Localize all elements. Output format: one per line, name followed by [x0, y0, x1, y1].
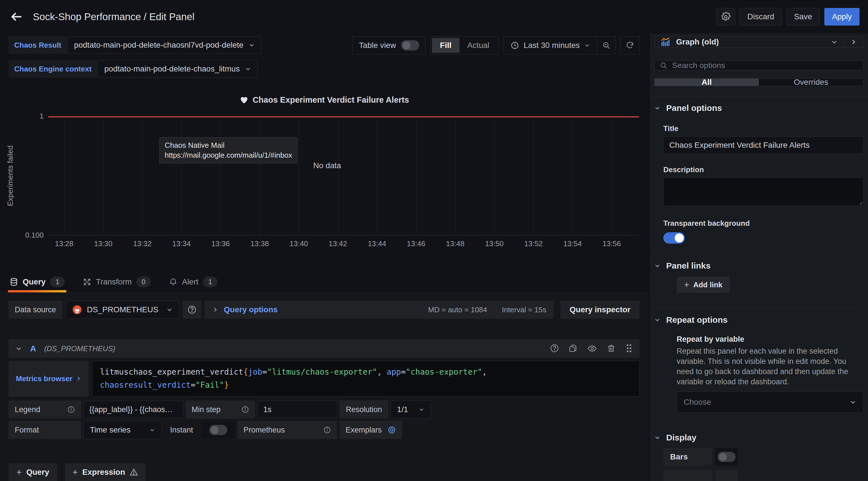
duplicate-query-icon[interactable] — [569, 344, 578, 353]
graph-panel-title[interactable]: Chaos Experiment Verdict Failure Alerts — [0, 95, 649, 104]
repeat-description: Repeat this panel for each value in the … — [677, 346, 864, 387]
repeat-options-header[interactable]: Repeat options — [654, 315, 864, 325]
instant-toggle[interactable] — [209, 425, 227, 435]
y-tick-bottom: 0.100 — [10, 231, 44, 240]
chaos-result-dropdown[interactable]: podtato-main-pod-delete-chaosnl7vd-pod-d… — [67, 36, 261, 54]
drag-handle-icon[interactable] — [625, 344, 633, 353]
options-search-input[interactable] — [672, 61, 858, 70]
promql-expression-input[interactable]: litmuschaos_experiment_verdict{job="litm… — [92, 361, 640, 396]
zoom-out-button[interactable] — [597, 37, 615, 54]
graph-panel: Chaos Experiment Verdict Failure Alerts … — [0, 84, 649, 271]
time-picker: Last 30 minutes — [503, 36, 616, 55]
delete-query-icon[interactable] — [607, 344, 616, 353]
no-data-message: No data — [313, 161, 341, 170]
datasource-help-button[interactable] — [183, 301, 201, 319]
format-select[interactable]: Time series — [83, 421, 162, 439]
query-row-header[interactable]: A (DS_PROMETHEUS) — [8, 339, 640, 358]
panel-options-header[interactable]: Panel options — [654, 103, 864, 113]
fill-option[interactable]: Fill — [432, 38, 459, 53]
repeat-by-variable-label: Repeat by variable — [677, 335, 864, 344]
toggle-viz-pane-button[interactable] — [843, 37, 863, 48]
tab-query[interactable]: Query 1 — [10, 271, 65, 292]
page-title: Sock-Shop Performance / Edit Panel — [33, 11, 708, 22]
gridline — [338, 117, 338, 235]
panel-title-input[interactable] — [663, 137, 864, 154]
tab-query-count: 1 — [50, 276, 65, 287]
plot-area[interactable] — [48, 116, 639, 235]
y-tick-top: 1 — [10, 112, 44, 121]
table-view-toggle[interactable] — [401, 40, 419, 51]
refresh-button[interactable] — [620, 36, 640, 55]
resize-grip-icon[interactable] — [858, 200, 862, 205]
display-header[interactable]: Display — [654, 433, 864, 443]
repeat-variable-select[interactable]: Choose — [677, 391, 864, 413]
actual-option[interactable]: Actual — [460, 38, 497, 53]
format-value: Time series — [90, 425, 131, 434]
save-button[interactable]: Save — [786, 8, 820, 26]
transform-icon — [83, 278, 91, 286]
chevron-right-icon — [850, 38, 857, 46]
time-range-button[interactable]: Last 30 minutes — [504, 41, 597, 50]
back-arrow-icon[interactable] — [8, 9, 24, 25]
apply-button[interactable]: Apply — [824, 8, 860, 26]
chaos-engine-value: podtato-main-pod-delete-chaos_litmus — [104, 64, 240, 73]
exemplars-target-icon[interactable] — [388, 426, 396, 434]
bars-toggle-box — [715, 448, 738, 466]
display-header-label: Display — [666, 433, 696, 443]
variable-label: Chaos Engine context — [8, 60, 97, 78]
tab-transform-count: 0 — [136, 276, 151, 287]
transparent-background-toggle[interactable] — [663, 232, 685, 244]
datasource-picker[interactable]: DS_PROMETHEUS — [66, 301, 179, 319]
variable-chaos-engine: Chaos Engine context podtato-main-pod-de… — [8, 60, 261, 78]
discard-button[interactable]: Discard — [740, 8, 782, 26]
help-circle-icon — [187, 305, 196, 314]
resolution-select[interactable]: 1/1 — [391, 400, 431, 419]
tab-all[interactable]: All — [655, 79, 759, 86]
x-tick-label: 13:40 — [289, 239, 308, 248]
plus-icon: + — [684, 280, 689, 290]
query-inspector-button[interactable]: Query inspector — [560, 301, 640, 319]
chevron-down-icon — [654, 263, 660, 269]
tab-overrides[interactable]: Overrides — [759, 79, 863, 86]
bars-toggle[interactable] — [717, 452, 736, 462]
info-circle-icon — [67, 406, 75, 413]
tab-alert[interactable]: Alert 1 — [169, 271, 217, 292]
add-query-button[interactable]: + Query — [8, 463, 57, 481]
bars-label: Bars — [663, 448, 712, 466]
spacer — [650, 414, 868, 426]
legend-input[interactable] — [83, 401, 183, 418]
x-tick-label: 13:54 — [563, 239, 582, 248]
gridline — [181, 117, 182, 235]
editor-tab-bar: Query 1 Transform 0 Alert 1 — [0, 271, 649, 293]
chaos-engine-dropdown[interactable]: podtato-main-pod-delete-chaos_litmus — [98, 60, 258, 78]
min-step-field-label: Min step — [185, 400, 255, 419]
graph-title-text: Chaos Experiment Verdict Failure Alerts — [253, 95, 409, 104]
add-expression-button[interactable]: + Expression — [65, 463, 146, 481]
gridline — [572, 117, 573, 235]
graph-viz-icon — [660, 37, 671, 48]
add-link-button[interactable]: + Add link — [677, 277, 730, 293]
visualization-select[interactable]: Graph (old) — [655, 37, 843, 48]
x-tick-label: 13:34 — [172, 239, 191, 248]
panel-settings-button[interactable] — [716, 8, 735, 26]
metrics-browser-button[interactable]: Metrics browser — [8, 361, 89, 396]
panel-options-section: Panel options Title Description Transpar… — [650, 96, 868, 254]
query-options-link[interactable]: Query options — [224, 305, 278, 314]
tab-alert-label: Alert — [182, 277, 198, 287]
gridline — [416, 117, 416, 235]
toggle-visibility-icon[interactable] — [587, 344, 597, 353]
datasource-value: DS_PROMETHEUS — [87, 305, 158, 314]
title-field-label: Title — [663, 124, 864, 133]
add-expression-label: Expression — [82, 468, 125, 477]
tab-transform[interactable]: Transform 0 — [83, 271, 151, 292]
interval-stat: Interval = 15s — [502, 305, 546, 314]
query-help-icon[interactable] — [550, 344, 559, 353]
warning-triangle-icon — [129, 468, 138, 477]
panel-links-header[interactable]: Panel links — [654, 261, 864, 271]
chevron-right-icon — [212, 307, 218, 313]
min-step-input[interactable] — [257, 401, 337, 418]
add-link-label: Add link — [693, 280, 722, 289]
chevron-down-icon — [654, 105, 660, 111]
x-tick-label: 13:50 — [485, 239, 503, 248]
panel-description-textarea[interactable] — [663, 178, 864, 206]
